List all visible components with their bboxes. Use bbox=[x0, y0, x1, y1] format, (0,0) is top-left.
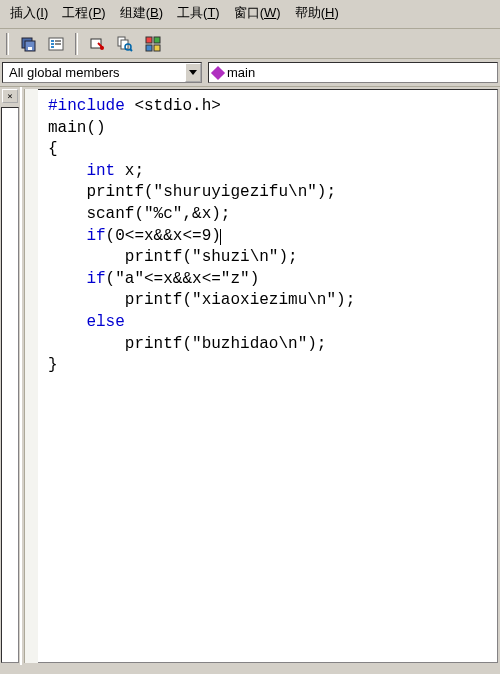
text-caret bbox=[220, 229, 221, 245]
editor: #include <stdio.h> main() { int x; print… bbox=[24, 89, 498, 663]
svg-line-14 bbox=[130, 49, 132, 51]
keyword-else: else bbox=[86, 313, 124, 331]
preproc: #include bbox=[48, 97, 125, 115]
menu-project[interactable]: 工程(P) bbox=[56, 2, 111, 24]
toolbar-sep-1 bbox=[75, 33, 78, 55]
toolbar bbox=[0, 29, 500, 59]
function-combo[interactable]: main bbox=[208, 62, 498, 83]
svg-rect-8 bbox=[55, 43, 61, 45]
code-text: (0<=x&&x<=9) bbox=[106, 227, 221, 245]
svg-rect-17 bbox=[146, 45, 152, 51]
close-panel-button[interactable]: × bbox=[2, 89, 18, 103]
keyword-if: if bbox=[86, 227, 105, 245]
keyword-if: if bbox=[86, 270, 105, 288]
svg-rect-4 bbox=[51, 40, 54, 42]
class-view-tree[interactable] bbox=[1, 107, 19, 663]
scope-combo-text: All global members bbox=[3, 65, 185, 80]
svg-rect-6 bbox=[51, 46, 54, 48]
code-line: printf("shuzi\n"); bbox=[48, 248, 298, 266]
menu-insert[interactable]: 插入(I) bbox=[4, 2, 54, 24]
svg-rect-15 bbox=[146, 37, 152, 43]
code-line: } bbox=[48, 356, 58, 374]
editor-gutter bbox=[24, 89, 38, 663]
chevron-down-icon[interactable] bbox=[185, 63, 201, 82]
scope-combo[interactable]: All global members bbox=[2, 62, 202, 83]
external-tool-button[interactable] bbox=[86, 33, 108, 55]
code-line: printf("buzhidao\n"); bbox=[48, 335, 326, 353]
function-icon bbox=[211, 65, 225, 79]
code-line: scanf("%c",&x); bbox=[48, 205, 230, 223]
code-line: main() bbox=[48, 119, 106, 137]
main-area: × #include <stdio.h> main() { int x; pri… bbox=[0, 87, 500, 665]
code-area[interactable]: #include <stdio.h> main() { int x; print… bbox=[38, 89, 498, 663]
list-members-button[interactable] bbox=[45, 33, 67, 55]
svg-rect-18 bbox=[154, 45, 160, 51]
code-line: printf("shuruyigezifu\n"); bbox=[48, 183, 336, 201]
find-in-files-button[interactable] bbox=[114, 33, 136, 55]
wizard-bar: All global members main bbox=[0, 59, 500, 87]
menu-window[interactable]: 窗口(W) bbox=[228, 2, 287, 24]
svg-rect-5 bbox=[51, 43, 54, 45]
menubar: 插入(I) 工程(P) 组建(B) 工具(T) 窗口(W) 帮助(H) bbox=[0, 0, 500, 29]
code-text: ("a"<=x&&x<="z") bbox=[106, 270, 260, 288]
include-file: <stdio.h> bbox=[125, 97, 221, 115]
code-line: printf("xiaoxiezimu\n"); bbox=[48, 291, 355, 309]
workspace-panel: × bbox=[0, 87, 22, 665]
menu-build[interactable]: 组建(B) bbox=[114, 2, 169, 24]
keyword-int: int bbox=[86, 162, 115, 180]
svg-rect-16 bbox=[154, 37, 160, 43]
svg-rect-2 bbox=[28, 47, 32, 50]
options-button[interactable] bbox=[142, 33, 164, 55]
code-line: { bbox=[48, 140, 58, 158]
code-text: x; bbox=[115, 162, 144, 180]
menu-help[interactable]: 帮助(H) bbox=[289, 2, 345, 24]
toolbar-grip bbox=[6, 33, 9, 55]
save-all-button[interactable] bbox=[17, 33, 39, 55]
svg-point-10 bbox=[100, 46, 104, 50]
function-combo-text: main bbox=[227, 65, 255, 80]
menu-tools[interactable]: 工具(T) bbox=[171, 2, 226, 24]
svg-rect-7 bbox=[55, 40, 61, 42]
